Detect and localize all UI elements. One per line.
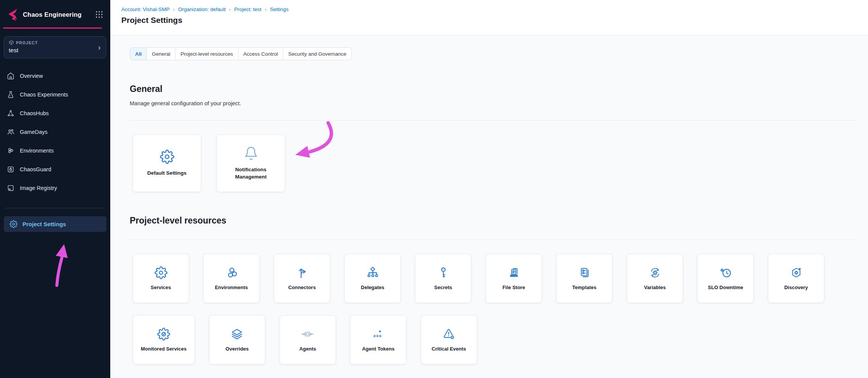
section-divider [130, 120, 858, 121]
card-label: Discovery [784, 284, 808, 291]
sidebar-item-label: Environments [20, 148, 54, 154]
file-store-icon [507, 266, 520, 279]
branch-arrow-icon [296, 266, 309, 279]
harness-chaos-logo-icon [5, 8, 19, 21]
card-delegates[interactable]: Delegates [345, 254, 401, 303]
card-label: Critical Events [432, 346, 466, 352]
people-icon [7, 128, 14, 136]
environments-cluster-icon [7, 147, 14, 154]
resources-cards-row-2: Monitored Services Overrides Agents [133, 315, 858, 364]
sidebar-divider [5, 208, 106, 208]
sidebar-item-overview[interactable]: Overview [0, 69, 110, 83]
layers-icon [230, 328, 243, 341]
sidebar-item-project-settings[interactable]: Project Settings [4, 216, 106, 232]
module-accent-line [3, 27, 102, 29]
sidebar-item-label: GameDays [20, 129, 48, 135]
cube-icon [9, 40, 14, 45]
card-discovery[interactable]: Discovery [768, 254, 824, 303]
card-slo-downtime[interactable]: SLO Downtime [697, 254, 754, 303]
settings-content: All General Project-level resources Acce… [110, 35, 868, 364]
general-cards-row: Default Settings Notifications Managemen… [133, 135, 858, 192]
sidebar-item-chaosguard[interactable]: ChaosGuard [0, 162, 110, 177]
card-connectors[interactable]: Connectors [274, 254, 330, 303]
dots-icon [372, 328, 385, 341]
card-variables[interactable]: Variables [627, 254, 683, 303]
gear-check-icon [157, 328, 170, 341]
card-label: Agent Tokens [362, 346, 395, 352]
lock-square-icon [7, 166, 14, 173]
general-section-title: General [130, 84, 858, 94]
card-label: File Store [502, 284, 525, 291]
code-node-icon [301, 328, 314, 341]
key-icon [437, 266, 450, 279]
tab-all[interactable]: All [130, 48, 147, 60]
card-label: SLO Downtime [708, 284, 743, 291]
card-label: Templates [572, 284, 596, 291]
card-agent-tokens[interactable]: Agent Tokens [350, 315, 406, 364]
resources-section-title: Project-level resources [130, 216, 858, 226]
card-label: Connectors [288, 284, 316, 291]
card-notifications-management[interactable]: Notifications Management [217, 135, 285, 192]
sidebar: Chaos Engineering PROJECT test › Overvie… [0, 0, 110, 378]
home-icon [7, 72, 14, 80]
card-label: Notifications Management [226, 166, 276, 180]
card-agents[interactable]: Agents [280, 315, 336, 364]
hub-nodes-icon [7, 109, 14, 117]
card-label: Agents [299, 346, 316, 352]
page-title: Project Settings [121, 16, 868, 25]
breadcrumb-project-link[interactable]: Project: test [234, 6, 261, 12]
card-file-store[interactable]: File Store [486, 254, 542, 303]
card-templates[interactable]: Templates [556, 254, 612, 303]
chevron-right-icon[interactable]: › [98, 43, 101, 52]
sidebar-item-gamedays[interactable]: GameDays [0, 125, 110, 139]
sidebar-item-label: Chaos Experiments [20, 92, 68, 98]
general-section-description: Manage general configuration of your pro… [130, 100, 858, 106]
tab-security-governance[interactable]: Security and Governance [283, 48, 351, 60]
main-area: Account: Vishal-SMP › Organization: defa… [110, 0, 868, 378]
sidebar-item-label: Overview [20, 73, 43, 79]
hierarchy-icon [366, 266, 379, 279]
card-secrets[interactable]: Secrets [415, 254, 471, 303]
module-grid-icon[interactable] [95, 10, 103, 19]
settings-tabs: All General Project-level resources Acce… [130, 47, 352, 60]
sidebar-item-chaos-experiments[interactable]: Chaos Experiments [0, 87, 110, 102]
sidebar-item-chaoshubs[interactable]: ChaosHubs [0, 106, 110, 121]
sidebar-item-environments[interactable]: Environments [0, 143, 110, 158]
project-selector[interactable]: PROJECT test › [4, 36, 106, 58]
flask-icon [7, 91, 14, 98]
sidebar-nav: Overview Chaos Experiments ChaosHubs Gam… [0, 69, 110, 195]
sidebar-item-label: ChaosHubs [20, 110, 49, 116]
hexagons-icon [225, 266, 238, 279]
project-label-row: PROJECT [9, 40, 101, 45]
app-header: Chaos Engineering [0, 0, 110, 21]
tab-general[interactable]: General [147, 48, 175, 60]
card-monitored-services[interactable]: Monitored Services [133, 315, 195, 364]
tab-project-level-resources[interactable]: Project-level resources [175, 48, 238, 60]
breadcrumb-settings-link[interactable]: Settings [270, 6, 288, 12]
project-name: test [9, 47, 101, 54]
templates-icon [578, 266, 591, 279]
breadcrumb-separator: › [173, 6, 175, 12]
tab-access-control[interactable]: Access Control [238, 48, 283, 60]
sidebar-item-image-registry[interactable]: Image Registry [0, 181, 110, 195]
breadcrumb-account-link[interactable]: Account: Vishal-SMP [121, 6, 170, 12]
clock-icon [719, 266, 732, 279]
card-overrides[interactable]: Overrides [209, 315, 265, 364]
bell-icon [244, 146, 258, 161]
sidebar-item-label: ChaosGuard [20, 166, 51, 172]
card-environments[interactable]: Environments [203, 254, 259, 303]
breadcrumb: Account: Vishal-SMP › Organization: defa… [121, 6, 868, 12]
gear-icon [160, 150, 174, 164]
card-default-settings[interactable]: Default Settings [133, 135, 201, 192]
card-label: Secrets [434, 284, 452, 291]
gear-icon [10, 220, 18, 228]
card-label: Services [151, 284, 171, 291]
card-label: Overrides [225, 346, 249, 352]
card-label: Monitored Services [141, 346, 187, 352]
breadcrumb-separator: › [229, 6, 231, 12]
gear-cycle-icon [649, 266, 662, 279]
card-services[interactable]: Services [133, 254, 189, 303]
breadcrumb-org-link[interactable]: Organization: default [178, 6, 226, 12]
sidebar-item-label: Image Registry [20, 185, 57, 191]
card-critical-events[interactable]: Critical Events [421, 315, 477, 364]
